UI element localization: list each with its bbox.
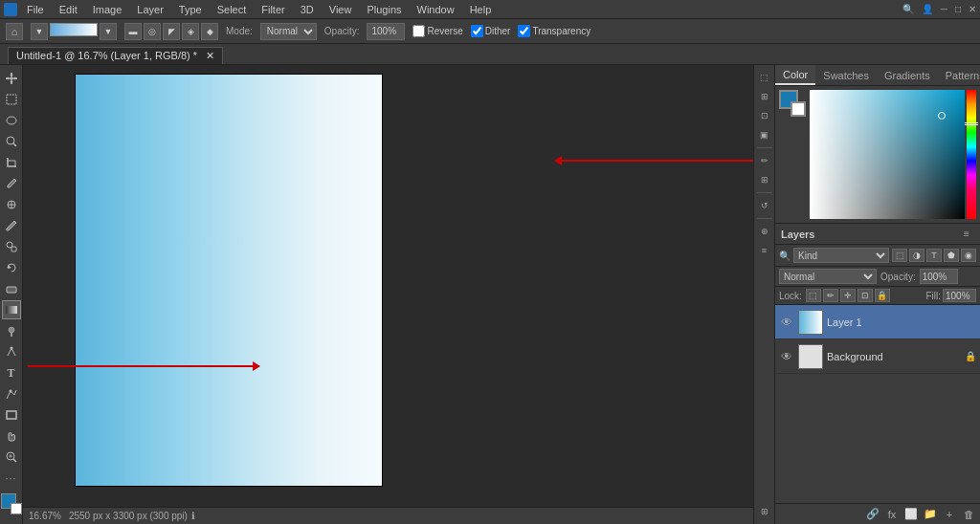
filter-pixel-btn[interactable]: ⬚ (892, 249, 907, 262)
background-swatch[interactable] (791, 101, 806, 117)
path-selection-tool[interactable] (2, 384, 21, 404)
dodge-tool[interactable] (2, 321, 21, 340)
rectangular-marquee-tool[interactable] (2, 90, 21, 109)
new-layer-btn[interactable]: + (942, 508, 957, 521)
search-icon[interactable]: 🔍 (902, 4, 914, 14)
menu-3d[interactable]: 3D (297, 4, 318, 15)
tab-swatches[interactable]: Swatches (815, 65, 877, 85)
fill-input[interactable] (943, 289, 976, 302)
canvas-tool-5[interactable]: ✏ (756, 152, 773, 169)
home-btn[interactable]: ⌂ (6, 23, 23, 40)
info-icon[interactable]: ℹ (191, 511, 195, 521)
canvas-tool-10[interactable]: ⊞ (756, 503, 773, 520)
linear-gradient-btn[interactable]: ▬ (124, 23, 142, 40)
hue-slider[interactable] (967, 90, 976, 219)
tab-patterns[interactable]: Patterns (938, 65, 980, 85)
eraser-tool[interactable] (2, 279, 21, 298)
canvas-tool-4[interactable]: ▣ (756, 126, 773, 143)
saturation-value-area[interactable] (810, 90, 965, 219)
dither-checkbox[interactable]: Dither (471, 25, 511, 37)
layers-panel-menu[interactable]: ≡ (959, 227, 974, 242)
tool-preset-icon[interactable]: ▼ (31, 23, 48, 40)
layer1-visibility[interactable]: 👁 (779, 315, 794, 330)
canvas-tool-3[interactable]: ⊡ (756, 107, 773, 124)
eyedropper-tool[interactable] (2, 174, 21, 193)
lock-transparent-btn[interactable]: ⬚ (806, 289, 821, 302)
history-brush-tool[interactable] (2, 258, 21, 277)
lock-all-btn[interactable]: 🔒 (875, 289, 890, 302)
menu-image[interactable]: Image (89, 4, 126, 15)
type-tool[interactable]: T (2, 363, 21, 382)
layer-item-background[interactable]: 👁 Background 🔒 (775, 339, 980, 374)
opacity-input[interactable] (367, 23, 405, 40)
menu-plugins[interactable]: Plugins (363, 4, 405, 15)
layer-filter-select[interactable]: Kind (793, 248, 889, 263)
radial-gradient-btn[interactable]: ◎ (144, 23, 161, 40)
lasso-tool[interactable] (2, 111, 21, 130)
lock-position-btn[interactable]: ✛ (840, 289, 856, 302)
document-canvas[interactable] (76, 75, 382, 486)
brush-tool[interactable] (2, 216, 21, 235)
color-picker-area[interactable] (810, 90, 976, 219)
background-visibility[interactable]: 👁 (779, 349, 794, 364)
healing-brush-tool[interactable] (2, 195, 21, 214)
menu-type[interactable]: Type (175, 4, 206, 15)
close-button[interactable]: ✕ (969, 4, 976, 14)
reflected-gradient-btn[interactable]: ◈ (182, 23, 199, 40)
diamond-gradient-btn[interactable]: ◆ (201, 23, 218, 40)
transparency-checkbox[interactable]: Transparency (518, 25, 590, 37)
add-mask-btn[interactable]: ⬜ (903, 508, 919, 521)
menu-help[interactable]: Help (466, 4, 496, 15)
menu-edit[interactable]: Edit (56, 4, 81, 15)
gradient-preview[interactable] (50, 23, 98, 36)
new-group-btn[interactable]: 📁 (923, 508, 938, 521)
background-color[interactable] (11, 503, 22, 514)
menu-filter[interactable]: Filter (257, 4, 288, 15)
restore-button[interactable]: □ (955, 4, 961, 14)
filter-shape-btn[interactable]: ⬟ (944, 249, 959, 262)
lock-artboard-btn[interactable]: ⊡ (858, 289, 873, 302)
delete-layer-btn[interactable]: 🗑 (961, 508, 976, 521)
tab-gradients[interactable]: Gradients (877, 65, 938, 85)
menu-window[interactable]: Window (413, 4, 458, 15)
filter-type-btn[interactable]: T (926, 249, 942, 262)
add-style-btn[interactable]: fx (884, 508, 900, 521)
tab-color[interactable]: Color (775, 65, 815, 85)
canvas-tool-6[interactable]: ⊞ (756, 171, 773, 188)
gradient-tool[interactable] (2, 300, 21, 319)
canvas-tool-7[interactable]: ↺ (756, 197, 773, 214)
clone-stamp-tool[interactable] (2, 237, 21, 256)
canvas-tool-8[interactable]: ⊕ (756, 223, 773, 240)
canvas-tool-1[interactable]: ⬚ (756, 69, 773, 86)
canvas-tool-2[interactable]: ⊞ (756, 88, 773, 105)
tab-close-btn[interactable]: ✕ (206, 50, 214, 61)
crop-tool[interactable] (2, 153, 21, 172)
opacity-input[interactable] (920, 269, 958, 284)
minimize-button[interactable]: ─ (941, 4, 947, 14)
angle-gradient-btn[interactable]: ◤ (163, 23, 180, 40)
mode-select[interactable]: Normal (260, 23, 317, 40)
blend-mode-select[interactable]: Normal (779, 269, 877, 284)
menu-layer[interactable]: Layer (133, 4, 167, 15)
reverse-checkbox[interactable]: Reverse (412, 25, 462, 37)
filter-adjust-btn[interactable]: ◑ (909, 249, 924, 262)
move-tool[interactable] (2, 69, 21, 88)
quick-select-tool[interactable] (2, 132, 21, 151)
menu-file[interactable]: File (23, 4, 48, 15)
menu-select[interactable]: Select (213, 4, 251, 15)
rectangle-tool[interactable] (2, 405, 21, 425)
document-tab[interactable]: Untitled-1 @ 16.7% (Layer 1, RGB/8) * ✕ (8, 47, 223, 64)
lock-pixels-btn[interactable]: ✏ (823, 289, 838, 302)
hand-tool[interactable] (2, 426, 21, 446)
more-tools-btn[interactable]: ··· (2, 469, 21, 488)
pen-tool[interactable] (2, 342, 21, 361)
menu-view[interactable]: View (325, 4, 356, 15)
account-icon[interactable]: 👤 (922, 4, 933, 14)
filter-smartobj-btn[interactable]: ◉ (961, 249, 976, 262)
layer-item-layer1[interactable]: 👁 Layer 1 (775, 305, 980, 339)
link-layers-btn[interactable]: 🔗 (865, 508, 880, 521)
canvas-tool-9[interactable]: ≡ (756, 242, 773, 259)
gradient-style-btn[interactable]: ▼ (100, 23, 117, 40)
canvas-area[interactable]: ⬚ ⊞ ⊡ ▣ ✏ ⊞ ↺ ⊕ ≡ ⊞ (23, 65, 774, 524)
zoom-tool[interactable] (2, 448, 21, 467)
